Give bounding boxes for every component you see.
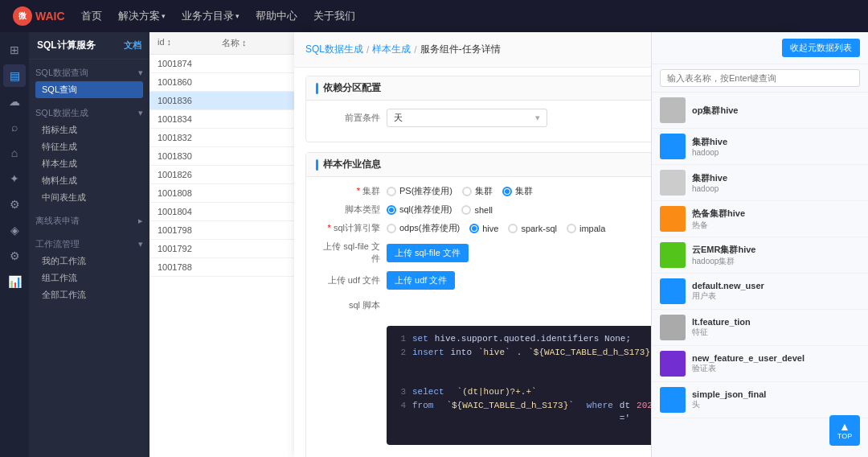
sidebar-item-features[interactable]: 特征生成 xyxy=(35,138,143,155)
item-sub: hadoop xyxy=(692,184,860,193)
radio-dot-hive xyxy=(469,224,479,233)
item-sub: 用户表 xyxy=(692,290,860,302)
table-row[interactable]: 1001834 xyxy=(149,110,309,129)
sidebar-section-generate: SQL数据生成 ▾ 指标生成 特征生成 样本生成 物料生成 中间表生成 xyxy=(29,100,149,208)
item-info: 云EMR集群hive hadoop集群 xyxy=(692,244,860,267)
table-row[interactable]: 1001792 xyxy=(149,240,309,258)
sidebar-item-sql-query[interactable]: SQL查询 xyxy=(35,81,143,98)
radio-dot-impala xyxy=(567,224,576,233)
table-row[interactable]: 1001826 xyxy=(149,166,309,184)
radio-sql[interactable]: sql(推荐使用) xyxy=(387,204,452,216)
radio-shell[interactable]: shell xyxy=(461,205,493,215)
table-row[interactable]: 1001788 xyxy=(149,258,309,277)
sidebar-icon-book[interactable]: ✦ xyxy=(3,167,26,190)
cluster-label: 集群 xyxy=(316,185,380,197)
icon-sidebar: ⊞ ▤ ☁ ⌕ ⌂ ✦ ⚙ ◈ ⚙ 📊 xyxy=(0,32,29,457)
upload-sqlfile-button[interactable]: 上传 sql-file 文件 xyxy=(387,244,469,262)
right-panel: 收起元数据列表 op集群hive 集群hive hadoop xyxy=(651,32,868,457)
sidebar-icon-search[interactable]: ⌕ xyxy=(3,116,26,138)
radio-label-shell: shell xyxy=(474,205,493,215)
list-item[interactable]: new_feature_e_user_devel 验证表 xyxy=(652,346,868,382)
item-info: simple_json_final 头 xyxy=(692,389,860,410)
radio-odps[interactable]: odps(推荐使用) xyxy=(387,222,460,234)
sidebar-item-materials[interactable]: 物料生成 xyxy=(35,172,143,189)
chevron-icon: ▾ xyxy=(138,239,143,249)
sidebar-icon-settings[interactable]: ⚙ xyxy=(3,245,26,267)
nav-home[interactable]: 首页 xyxy=(81,9,102,23)
sidebar-icon-home[interactable]: ⌂ xyxy=(3,142,26,164)
sidebar-item-all-workflow[interactable]: 全部工作流 xyxy=(35,286,143,303)
nav-solutions[interactable]: 解决方案 ▾ xyxy=(118,9,166,23)
bc-sep-2: / xyxy=(414,44,416,56)
sidebar-icon-chart[interactable]: 📊 xyxy=(3,270,26,293)
sidebar-section-workflow-title[interactable]: 工作流管理 ▾ xyxy=(35,236,143,253)
main-layout: ⊞ ▤ ☁ ⌕ ⌂ ✦ ⚙ ◈ ⚙ 📊 SQL计算服务 文档 SQL数据查询 ▾… xyxy=(0,32,868,457)
list-item[interactable]: 集群hive hadoop xyxy=(652,129,868,165)
sidebar-icon-grid[interactable]: ⊞ xyxy=(3,39,26,61)
table-row[interactable]: 1001836 xyxy=(149,92,309,110)
top-button[interactable]: ▲ TOP xyxy=(829,415,860,446)
precondition-label: 前置条件 xyxy=(316,112,380,124)
sidebar-header: SQL计算服务 文档 xyxy=(29,32,149,60)
list-item[interactable]: simple_json_final 头 xyxy=(652,382,868,418)
table-row[interactable]: 1001860 xyxy=(149,73,309,92)
table-row[interactable]: 1001798 xyxy=(149,221,309,240)
sidebar-section-query-title[interactable]: SQL数据查询 ▾ xyxy=(35,64,143,81)
sidebar-item-metrics[interactable]: 指标生成 xyxy=(35,121,143,138)
col-header-id[interactable]: id ↕ xyxy=(158,37,222,49)
col-header-name[interactable]: 名称 ↕ xyxy=(222,37,301,49)
item-title: op集群hive xyxy=(692,105,860,117)
sidebar-doc-link[interactable]: 文档 xyxy=(124,39,141,51)
right-list: op集群hive 集群hive hadoop 集群hive hadoop xyxy=(652,93,868,457)
list-item[interactable]: 云EMR集群hive hadoop集群 xyxy=(652,237,868,274)
nav-help[interactable]: 帮助中心 xyxy=(256,9,297,23)
radio-cluster1[interactable]: 集群 xyxy=(462,185,493,197)
sqlengine-label: sql计算引擎 xyxy=(316,222,380,234)
sidebar-item-samples[interactable]: 样本生成 xyxy=(35,155,143,172)
list-item[interactable]: op集群hive xyxy=(652,93,868,129)
table-row[interactable]: 1001808 xyxy=(149,184,309,203)
radio-impala[interactable]: impala xyxy=(567,224,605,233)
collect-metadata-button[interactable]: 收起元数据列表 xyxy=(782,39,860,57)
top-navigation: 微 WAIC 首页 解决方案 ▾ 业务方目录 ▾ 帮助中心 关于我们 xyxy=(0,0,868,32)
precondition-select[interactable]: 天 ▾ xyxy=(387,109,547,127)
scripttype-label: 脚本类型 xyxy=(316,204,380,216)
sidebar-icon-cloud[interactable]: ☁ xyxy=(3,90,26,113)
radio-sparksql[interactable]: spark-sql xyxy=(508,224,557,233)
list-item[interactable]: 集群hive hadoop xyxy=(652,165,868,201)
logo-text: WAIC xyxy=(35,10,65,23)
nav-about[interactable]: 关于我们 xyxy=(313,9,355,23)
sidebar-icon-flow[interactable]: ◈ xyxy=(3,219,26,241)
list-item[interactable]: lt.feature_tion 特征 xyxy=(652,310,868,346)
item-avatar xyxy=(660,134,686,159)
bc-samples[interactable]: 样本生成 xyxy=(372,43,411,56)
sidebar-item-group-workflow[interactable]: 组工作流 xyxy=(35,270,143,286)
list-item[interactable]: 热备集群hive 热备 xyxy=(652,201,868,237)
item-avatar xyxy=(660,206,686,232)
sql-table-panel: id ↕ 名称 ↕ 1001874 1001860 1001836 100183… xyxy=(149,32,310,457)
radio-hive[interactable]: hive xyxy=(469,224,498,233)
table-row[interactable]: 1001804 xyxy=(149,203,309,221)
sidebar-icon-network[interactable]: ⚙ xyxy=(3,193,26,216)
item-avatar xyxy=(660,97,686,123)
sidebar-item-midtable[interactable]: 中间表生成 xyxy=(35,189,143,206)
sidebar-section-offline-title[interactable]: 离线表申请 ▸ xyxy=(35,212,143,229)
radio-dot-sparksql xyxy=(508,224,518,233)
nav-catalog[interactable]: 业务方目录 ▾ xyxy=(182,9,240,23)
radio-cluster2[interactable]: 集群 xyxy=(502,185,533,197)
item-sub: 热备 xyxy=(692,220,860,231)
table-row[interactable]: 1001832 xyxy=(149,129,309,147)
search-input[interactable] xyxy=(660,69,860,87)
item-sub: 验证表 xyxy=(692,363,860,374)
upload-udf-button[interactable]: 上传 udf 文件 xyxy=(387,271,455,290)
list-item[interactable]: default.new_user 用户表 xyxy=(652,274,868,310)
item-sub: hadoop集群 xyxy=(692,256,860,267)
bc-sql-generate[interactable]: SQL数据生成 xyxy=(305,43,363,56)
sidebar-icon-table[interactable]: ▤ xyxy=(3,64,26,87)
sidebar-section-generate-title[interactable]: SQL数据生成 ▾ xyxy=(35,105,143,121)
sidebar-item-my-workflow[interactable]: 我的工作流 xyxy=(35,253,143,270)
radio-ps[interactable]: PS(推荐使用) xyxy=(387,185,452,197)
table-row[interactable]: 1001830 xyxy=(149,147,309,166)
table-row[interactable]: 1001874 xyxy=(149,55,309,73)
item-avatar xyxy=(660,170,686,196)
